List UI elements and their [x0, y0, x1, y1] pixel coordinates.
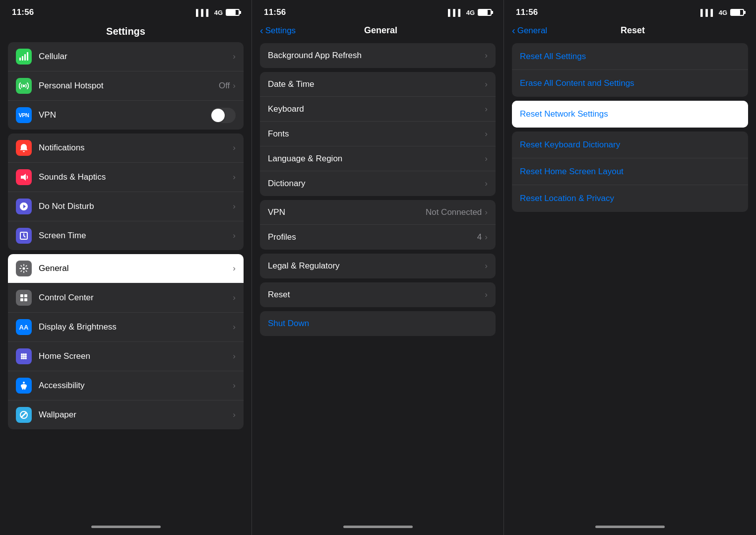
wallpaper-row[interactable]: Wallpaper ›	[8, 401, 244, 429]
back-chevron-2: ‹	[260, 25, 263, 36]
vpn-icon: VPN	[16, 107, 32, 123]
donotdisturb-row[interactable]: Do Not Disturb ›	[8, 192, 244, 221]
resetkeyboard-row[interactable]: Reset Keyboard Dictionary	[512, 132, 748, 158]
homescreen-row[interactable]: Home Screen ›	[8, 342, 244, 371]
svg-point-17	[25, 355, 27, 357]
gen-vpn-row[interactable]: VPN Not Connected ›	[260, 200, 496, 225]
language-row[interactable]: Language & Region ›	[260, 146, 496, 171]
home-indicator-3	[504, 521, 756, 535]
cellular-chevron: ›	[233, 52, 236, 62]
svg-rect-2	[24, 54, 26, 61]
resetall-row[interactable]: Reset All Settings	[512, 43, 748, 70]
datetime-group: Date & Time › Keyboard › Fonts › Languag…	[260, 72, 496, 196]
eraseall-label: Erase All Content and Settings	[520, 78, 740, 88]
status-time-3: 11:56	[516, 7, 538, 17]
fonts-row[interactable]: Fonts ›	[260, 122, 496, 146]
resetkeyboard-label: Reset Keyboard Dictionary	[520, 140, 740, 150]
svg-rect-9	[24, 294, 27, 297]
network-type-2: 4G	[466, 9, 475, 16]
cellular-row[interactable]: Cellular ›	[8, 42, 244, 71]
hotspot-label: Personal Hotspot	[39, 81, 219, 91]
keyboard-label: Keyboard	[268, 104, 485, 114]
resethomescreen-row[interactable]: Reset Home Screen Layout	[512, 158, 748, 185]
vpn-toggle[interactable]	[210, 108, 236, 123]
datetime-chevron: ›	[485, 79, 488, 89]
network-group: Cellular › Personal Hotspot Off › VPN VP…	[8, 42, 244, 130]
sounds-row[interactable]: Sounds & Haptics ›	[8, 163, 244, 192]
hotspot-row[interactable]: Personal Hotspot Off ›	[8, 71, 244, 101]
svg-point-13	[23, 353, 25, 355]
keyboard-row[interactable]: Keyboard ›	[260, 97, 496, 122]
datetime-label: Date & Time	[268, 79, 485, 89]
general-nav-bar: ‹ Settings General	[252, 22, 504, 39]
sounds-label: Sounds & Haptics	[39, 172, 233, 182]
settings-scroll: Cellular › Personal Hotspot Off › VPN VP…	[0, 42, 252, 521]
dictionary-chevron: ›	[485, 179, 488, 189]
reset-entry-chevron: ›	[485, 290, 488, 300]
homescreen-label: Home Screen	[39, 351, 233, 361]
homescreen-chevron: ›	[233, 351, 236, 361]
settings-title: Settings	[0, 22, 252, 42]
resetnetwork-row[interactable]: Reset Network Settings	[512, 101, 748, 128]
resetlocation-row[interactable]: Reset Location & Privacy	[512, 185, 748, 212]
status-icons-3: ▌▌▌ 4G	[700, 9, 744, 16]
screentime-icon	[16, 228, 32, 244]
status-time-2: 11:56	[264, 7, 286, 17]
cellular-label: Cellular	[39, 52, 233, 62]
background-refresh-group: Background App Refresh ›	[260, 43, 496, 68]
reset-nav-bar: ‹ General Reset	[504, 22, 756, 39]
profiles-value: 4	[477, 232, 482, 242]
background-refresh-row[interactable]: Background App Refresh ›	[260, 43, 496, 68]
hotspot-chevron: ›	[233, 81, 236, 91]
controlcenter-label: Control Center	[39, 293, 233, 303]
resetnetwork-label: Reset Network Settings	[520, 109, 740, 119]
fonts-chevron: ›	[485, 129, 488, 139]
sounds-icon	[16, 169, 32, 185]
reset-entry-label: Reset	[268, 290, 485, 300]
screentime-label: Screen Time	[39, 231, 233, 241]
profiles-row[interactable]: Profiles 4 ›	[260, 225, 496, 250]
eraseall-row[interactable]: Erase All Content and Settings	[512, 70, 748, 97]
network-type-3: 4G	[719, 9, 727, 16]
home-bar-1	[91, 526, 161, 528]
controlcenter-row[interactable]: Control Center ›	[8, 283, 244, 313]
resethomescreen-label: Reset Home Screen Layout	[520, 167, 740, 177]
dictionary-row[interactable]: Dictionary ›	[260, 171, 496, 196]
svg-rect-0	[19, 58, 21, 61]
dictionary-label: Dictionary	[268, 179, 485, 189]
status-bar-1: 11:56 ▌▌▌ 4G	[0, 0, 252, 22]
settings-panel: 11:56 ▌▌▌ 4G Settings Cellular › Persona…	[0, 0, 252, 535]
shutdown-label: Shut Down	[268, 319, 488, 329]
wallpaper-label: Wallpaper	[39, 410, 233, 420]
battery-icon-3	[730, 9, 744, 16]
controlcenter-chevron: ›	[233, 293, 236, 303]
displaybrightness-icon: AA	[16, 319, 32, 335]
back-to-settings[interactable]: ‹ Settings	[260, 25, 296, 36]
shutdown-group: Shut Down	[260, 311, 496, 336]
svg-marker-5	[21, 174, 26, 181]
reset-entry-row[interactable]: Reset ›	[260, 282, 496, 307]
other-reset-group: Reset Keyboard Dictionary Reset Home Scr…	[512, 132, 748, 212]
vpn-row[interactable]: VPN VPN	[8, 101, 244, 130]
notifications-row[interactable]: Notifications ›	[8, 134, 244, 163]
accessibility-label: Accessibility	[39, 381, 233, 391]
home-bar-3	[595, 526, 665, 528]
hotspot-value: Off	[219, 81, 230, 91]
accessibility-row[interactable]: Accessibility ›	[8, 371, 244, 401]
shutdown-row[interactable]: Shut Down	[260, 311, 496, 336]
resetall-label: Reset All Settings	[520, 52, 740, 62]
donotdisturb-chevron: ›	[233, 201, 236, 211]
back-to-general[interactable]: ‹ General	[512, 25, 547, 36]
battery-icon-1	[226, 9, 240, 16]
svg-point-12	[21, 353, 23, 355]
general-nav-title: General	[296, 25, 466, 36]
datetime-row[interactable]: Date & Time ›	[260, 72, 496, 97]
screentime-row[interactable]: Screen Time ›	[8, 221, 244, 250]
general-row[interactable]: General ›	[8, 254, 244, 283]
back-label-2: Settings	[265, 26, 296, 36]
displaybrightness-chevron: ›	[233, 322, 236, 332]
gen-vpn-value: Not Connected	[426, 207, 482, 217]
displaybrightness-row[interactable]: AA Display & Brightness ›	[8, 313, 244, 342]
legal-row[interactable]: Legal & Regulatory ›	[260, 254, 496, 278]
general-panel: 11:56 ▌▌▌ 4G ‹ Settings General Backgrou…	[252, 0, 504, 535]
